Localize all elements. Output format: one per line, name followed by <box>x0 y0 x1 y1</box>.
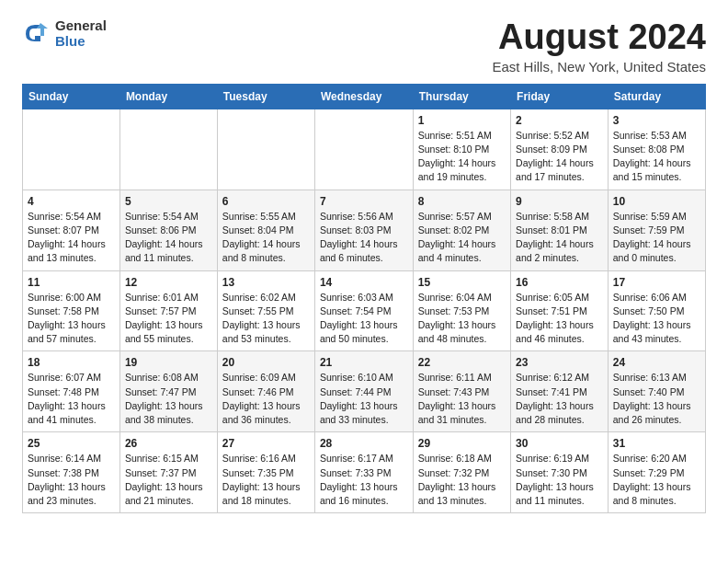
day-info: Sunrise: 6:05 AM Sunset: 7:51 PM Dayligh… <box>516 291 603 347</box>
calendar-cell-3-5: 15Sunrise: 6:04 AM Sunset: 7:53 PM Dayli… <box>413 270 510 351</box>
calendar-cell-2-6: 9Sunrise: 5:58 AM Sunset: 8:01 PM Daylig… <box>511 190 609 270</box>
col-monday: Monday <box>119 84 217 109</box>
calendar-cell-3-7: 17Sunrise: 6:06 AM Sunset: 7:50 PM Dayli… <box>608 270 705 351</box>
logo-blue: Blue <box>55 34 107 50</box>
logo-general: General <box>55 18 107 34</box>
col-tuesday: Tuesday <box>217 84 314 109</box>
calendar-cell-1-7: 3Sunrise: 5:53 AM Sunset: 8:08 PM Daylig… <box>608 109 705 190</box>
calendar-week-4: 18Sunrise: 6:07 AM Sunset: 7:48 PM Dayli… <box>23 351 706 432</box>
calendar-cell-4-3: 20Sunrise: 6:09 AM Sunset: 7:46 PM Dayli… <box>217 351 314 432</box>
calendar-cell-4-7: 24Sunrise: 6:13 AM Sunset: 7:40 PM Dayli… <box>608 351 705 432</box>
day-number: 7 <box>320 195 408 208</box>
header-row: Sunday Monday Tuesday Wednesday Thursday… <box>23 84 706 109</box>
calendar-cell-4-4: 21Sunrise: 6:10 AM Sunset: 7:44 PM Dayli… <box>314 351 413 432</box>
calendar-cell-4-1: 18Sunrise: 6:07 AM Sunset: 7:48 PM Dayli… <box>23 351 120 432</box>
day-number: 19 <box>125 356 212 369</box>
calendar-cell-3-2: 12Sunrise: 6:01 AM Sunset: 7:57 PM Dayli… <box>119 270 217 351</box>
calendar-week-2: 4Sunrise: 5:54 AM Sunset: 8:07 PM Daylig… <box>23 190 706 270</box>
day-info: Sunrise: 5:59 AM Sunset: 7:59 PM Dayligh… <box>613 210 700 266</box>
day-info: Sunrise: 5:57 AM Sunset: 8:02 PM Dayligh… <box>418 210 506 266</box>
calendar-cell-1-3 <box>217 109 314 190</box>
day-number: 10 <box>613 195 700 208</box>
calendar-subtitle: East Hills, New York, United States <box>492 59 706 75</box>
day-number: 1 <box>418 114 506 127</box>
col-saturday: Saturday <box>608 84 705 109</box>
calendar-week-3: 11Sunrise: 6:00 AM Sunset: 7:58 PM Dayli… <box>23 270 706 351</box>
logo: General Blue <box>22 18 107 49</box>
day-info: Sunrise: 5:54 AM Sunset: 8:07 PM Dayligh… <box>28 210 115 266</box>
day-number: 14 <box>320 276 408 289</box>
title-area: August 2024 East Hills, New York, United… <box>492 18 706 75</box>
day-info: Sunrise: 6:07 AM Sunset: 7:48 PM Dayligh… <box>28 371 115 427</box>
calendar-cell-5-5: 29Sunrise: 6:18 AM Sunset: 7:32 PM Dayli… <box>413 432 510 513</box>
day-info: Sunrise: 6:11 AM Sunset: 7:43 PM Dayligh… <box>418 371 506 427</box>
col-thursday: Thursday <box>413 84 510 109</box>
day-info: Sunrise: 6:14 AM Sunset: 7:38 PM Dayligh… <box>28 452 115 508</box>
col-friday: Friday <box>511 84 609 109</box>
calendar-cell-3-3: 13Sunrise: 6:02 AM Sunset: 7:55 PM Dayli… <box>217 270 314 351</box>
day-number: 25 <box>28 437 115 450</box>
col-sunday: Sunday <box>23 84 120 109</box>
calendar-cell-2-7: 10Sunrise: 5:59 AM Sunset: 7:59 PM Dayli… <box>608 190 705 270</box>
day-number: 30 <box>516 437 603 450</box>
day-number: 28 <box>320 437 408 450</box>
calendar-cell-3-6: 16Sunrise: 6:05 AM Sunset: 7:51 PM Dayli… <box>511 270 609 351</box>
day-info: Sunrise: 6:17 AM Sunset: 7:33 PM Dayligh… <box>320 452 408 508</box>
calendar-cell-5-4: 28Sunrise: 6:17 AM Sunset: 7:33 PM Dayli… <box>314 432 413 513</box>
day-info: Sunrise: 5:58 AM Sunset: 8:01 PM Dayligh… <box>516 210 603 266</box>
day-number: 26 <box>125 437 212 450</box>
calendar-cell-5-2: 26Sunrise: 6:15 AM Sunset: 7:37 PM Dayli… <box>119 432 217 513</box>
day-info: Sunrise: 6:01 AM Sunset: 7:57 PM Dayligh… <box>125 291 212 347</box>
calendar-cell-4-2: 19Sunrise: 6:08 AM Sunset: 7:47 PM Dayli… <box>119 351 217 432</box>
day-number: 9 <box>516 195 603 208</box>
calendar-table: Sunday Monday Tuesday Wednesday Thursday… <box>22 84 706 513</box>
day-number: 6 <box>222 195 310 208</box>
calendar-title: August 2024 <box>492 18 706 57</box>
calendar-cell-1-5: 1Sunrise: 5:51 AM Sunset: 8:10 PM Daylig… <box>413 109 510 190</box>
day-number: 13 <box>222 276 310 289</box>
day-info: Sunrise: 6:13 AM Sunset: 7:40 PM Dayligh… <box>613 371 700 427</box>
day-info: Sunrise: 5:53 AM Sunset: 8:08 PM Dayligh… <box>613 129 700 185</box>
calendar-cell-1-2 <box>119 109 217 190</box>
calendar-cell-5-7: 31Sunrise: 6:20 AM Sunset: 7:29 PM Dayli… <box>608 432 705 513</box>
day-number: 3 <box>613 114 700 127</box>
day-info: Sunrise: 5:51 AM Sunset: 8:10 PM Dayligh… <box>418 129 506 185</box>
day-number: 31 <box>613 437 700 450</box>
calendar-cell-1-1 <box>23 109 120 190</box>
day-info: Sunrise: 6:15 AM Sunset: 7:37 PM Dayligh… <box>125 452 212 508</box>
day-number: 8 <box>418 195 506 208</box>
day-number: 5 <box>125 195 212 208</box>
day-info: Sunrise: 5:55 AM Sunset: 8:04 PM Dayligh… <box>222 210 310 266</box>
calendar-cell-2-5: 8Sunrise: 5:57 AM Sunset: 8:02 PM Daylig… <box>413 190 510 270</box>
calendar-cell-2-1: 4Sunrise: 5:54 AM Sunset: 8:07 PM Daylig… <box>23 190 120 270</box>
day-info: Sunrise: 5:52 AM Sunset: 8:09 PM Dayligh… <box>516 129 603 185</box>
day-number: 15 <box>418 276 506 289</box>
day-number: 18 <box>28 356 115 369</box>
day-info: Sunrise: 6:08 AM Sunset: 7:47 PM Dayligh… <box>125 371 212 427</box>
day-info: Sunrise: 6:00 AM Sunset: 7:58 PM Dayligh… <box>28 291 115 347</box>
day-info: Sunrise: 6:02 AM Sunset: 7:55 PM Dayligh… <box>222 291 310 347</box>
header: General Blue August 2024 East Hills, New… <box>22 18 706 75</box>
day-info: Sunrise: 6:03 AM Sunset: 7:54 PM Dayligh… <box>320 291 408 347</box>
day-number: 17 <box>613 276 700 289</box>
calendar-cell-2-3: 6Sunrise: 5:55 AM Sunset: 8:04 PM Daylig… <box>217 190 314 270</box>
calendar-week-5: 25Sunrise: 6:14 AM Sunset: 7:38 PM Dayli… <box>23 432 706 513</box>
day-number: 4 <box>28 195 115 208</box>
day-number: 11 <box>28 276 115 289</box>
day-number: 24 <box>613 356 700 369</box>
day-info: Sunrise: 5:56 AM Sunset: 8:03 PM Dayligh… <box>320 210 408 266</box>
day-info: Sunrise: 6:04 AM Sunset: 7:53 PM Dayligh… <box>418 291 506 347</box>
calendar-cell-4-5: 22Sunrise: 6:11 AM Sunset: 7:43 PM Dayli… <box>413 351 510 432</box>
day-number: 22 <box>418 356 506 369</box>
day-info: Sunrise: 6:12 AM Sunset: 7:41 PM Dayligh… <box>516 371 603 427</box>
logo-icon <box>22 19 51 49</box>
day-number: 21 <box>320 356 408 369</box>
day-number: 27 <box>222 437 310 450</box>
calendar-week-1: 1Sunrise: 5:51 AM Sunset: 8:10 PM Daylig… <box>23 109 706 190</box>
day-info: Sunrise: 6:10 AM Sunset: 7:44 PM Dayligh… <box>320 371 408 427</box>
day-info: Sunrise: 5:54 AM Sunset: 8:06 PM Dayligh… <box>125 210 212 266</box>
day-number: 29 <box>418 437 506 450</box>
day-info: Sunrise: 6:18 AM Sunset: 7:32 PM Dayligh… <box>418 452 506 508</box>
calendar-body: 1Sunrise: 5:51 AM Sunset: 8:10 PM Daylig… <box>23 109 706 512</box>
calendar-cell-2-4: 7Sunrise: 5:56 AM Sunset: 8:03 PM Daylig… <box>314 190 413 270</box>
